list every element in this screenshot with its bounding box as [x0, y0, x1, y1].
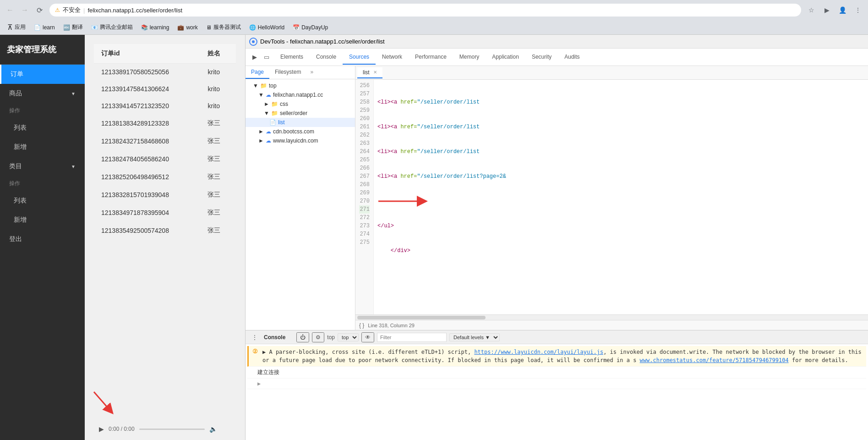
bookmark-label: DayDayUp — [301, 24, 328, 31]
line-numbers: 256 257 258 259 260 261 262 263 264 265 … — [355, 80, 374, 314]
tab-application[interactable]: Application — [486, 50, 525, 65]
sources-tab-page[interactable]: Page — [246, 66, 269, 79]
tab-memory[interactable]: Memory — [453, 50, 486, 65]
horizontal-scrollbar[interactable] — [355, 314, 868, 320]
console-link[interactable]: https://www.layuicdn.com/layui/layui.js — [474, 349, 603, 355]
bookmark-tencent[interactable]: 📧 腾讯企业邮箱 — [87, 22, 136, 33]
line-num: 273 — [359, 222, 370, 230]
bookmark-icon: 🔤 — [63, 24, 70, 31]
expand-icon: ► — [264, 101, 269, 107]
tree-item-top[interactable]: ▼ 📁 top — [246, 81, 355, 90]
sidebar-item-logout[interactable]: 登出 — [0, 230, 85, 249]
tree-item-domain[interactable]: ▼ ☁ felixchan.natapp1.cc — [246, 90, 355, 99]
tree-item-seller-order[interactable]: ▼ 📁 seller/order — [246, 109, 355, 118]
devtools-header: ▶ ▭ Elements Console Sources Network Pe — [246, 49, 868, 66]
sidebar-item-label: 订单 — [11, 70, 23, 78]
expand-icon[interactable]: ▶ — [257, 380, 261, 387]
volume-button[interactable]: 🔈 — [209, 425, 217, 433]
bookmark-label: learn — [43, 24, 55, 31]
sidebar-item-add1[interactable]: 新增 — [0, 138, 85, 157]
scrollbar-thumb[interactable] — [357, 316, 486, 319]
cast-button[interactable]: ▶ — [820, 4, 833, 16]
console-filter-input[interactable] — [377, 333, 447, 342]
back-button[interactable]: ← — [4, 4, 16, 16]
format-icon[interactable]: { } — [359, 322, 364, 329]
audio-player[interactable]: ▶ 0:00 / 0:00 🔈 — [92, 423, 224, 435]
bookmark-helloworld[interactable]: 🌐 HelloWorld — [246, 23, 288, 32]
editor-tab-label: list — [363, 69, 370, 76]
bookmark-work[interactable]: 💼 work — [174, 23, 201, 32]
customer-name: 张三 — [200, 186, 236, 204]
tab-sources[interactable]: Sources — [343, 50, 376, 65]
bookmark-server[interactable]: 🖥 服务器测试 — [202, 22, 245, 33]
console-warning-message: ② ▶ A parser-blocking, cross site (i.e. … — [247, 346, 866, 367]
inspect-element-button[interactable]: ▶ — [249, 52, 260, 63]
play-button[interactable]: ▶ — [99, 425, 104, 433]
bookmark-learning[interactable]: 📚 learning — [137, 23, 173, 32]
sidebar: 卖家管理系统 订单 商品 ▼ 操作 列表 新增 类目 ▼ 操作 — [0, 35, 85, 440]
levels-select[interactable]: Default levels ▼ — [449, 333, 500, 341]
tab-audits[interactable]: Audits — [558, 50, 586, 65]
order-id: 1213824327158468608 — [94, 132, 200, 150]
folder-icon: 📁 — [271, 110, 278, 116]
sidebar-item-add2[interactable]: 新增 — [0, 210, 85, 230]
sidebar-item-products[interactable]: 商品 ▼ — [0, 84, 85, 103]
progress-bar[interactable] — [139, 429, 205, 430]
tab-security[interactable]: Security — [525, 50, 558, 65]
tree-item-list[interactable]: 📄 list — [246, 118, 355, 127]
tab-console[interactable]: Console — [310, 50, 343, 65]
address-bar[interactable]: ⚠ 不安全 | felixchan.natapp1.cc/seller/orde… — [49, 4, 801, 16]
sources-tab-filesystem[interactable]: Filesystem — [269, 66, 306, 79]
order-id: 1213832815701939048 — [94, 186, 200, 204]
bookmark-icon: 📚 — [141, 24, 148, 31]
sidebar-item-list2[interactable]: 列表 — [0, 191, 85, 210]
code-line-257: <li><a href="/seller/order/list — [377, 123, 864, 131]
console-settings-button[interactable]: ⚙ — [312, 332, 324, 342]
tab-performance[interactable]: Performance — [409, 50, 453, 65]
more-button[interactable]: ⋮ — [852, 4, 864, 16]
console-link-2[interactable]: www.chromestatus.com/feature/57185479467… — [640, 357, 789, 363]
apps-bookmark[interactable]: ⊼ 应用 — [4, 22, 29, 33]
clear-console-button[interactable]: ⏻ — [296, 332, 309, 342]
sidebar-item-label: 商品 — [9, 89, 22, 98]
cloud-icon: ☁ — [266, 138, 271, 144]
line-num: 261 — [359, 123, 370, 131]
tab-elements[interactable]: Elements — [274, 50, 310, 65]
sidebar-item-list1[interactable]: 列表 — [0, 118, 85, 138]
expand-icon: ► — [258, 128, 264, 135]
table-row: 1213391475841306624 krito — [94, 81, 236, 98]
context-select[interactable]: top — [338, 333, 359, 341]
table-row: 1213825206498496512 张三 — [94, 168, 236, 186]
profile-button[interactable]: 👤 — [836, 4, 849, 16]
sidebar-item-label: 列表 — [14, 197, 27, 205]
bookmark-learn[interactable]: 📄 learn — [30, 23, 59, 32]
sidebar-item-orders[interactable]: 订单 — [0, 65, 85, 84]
folder-icon: 📁 — [271, 101, 278, 107]
bookmark-icon: 📅 — [293, 24, 300, 31]
audio-player-container: ▶ 0:00 / 0:00 🔈 — [92, 423, 224, 435]
table-row: 1213824327158468608 张三 — [94, 132, 236, 150]
editor-tab-list[interactable]: list ✕ — [357, 67, 382, 78]
devtools-logo — [249, 38, 257, 46]
sources-tab-more[interactable]: » — [306, 66, 317, 79]
bookmark-daydayup[interactable]: 📅 DayDayUp — [289, 23, 332, 32]
main-content: 卖家管理系统 订单 商品 ▼ 操作 列表 新增 类目 ▼ 操作 — [0, 35, 868, 440]
console-options-button[interactable]: ⋮ — [249, 333, 260, 341]
console-panel: ⋮ Console ⏻ ⚙ top top 👁 Default levels ▼ — [246, 330, 868, 440]
tree-item-layuicdn[interactable]: ► ☁ www.layuicdn.com — [246, 136, 355, 145]
editor-tab-close[interactable]: ✕ — [373, 70, 377, 75]
bookmark-button[interactable]: ☆ — [805, 4, 818, 16]
tree-item-css[interactable]: ► 📁 css — [246, 99, 355, 109]
devtools-title: DevTools - felixchan.natapp1.cc/seller/o… — [260, 38, 385, 45]
forward-button[interactable]: → — [18, 4, 31, 16]
bookmark-translate[interactable]: 🔤 翻译 — [60, 22, 87, 33]
console-success-message: 建立连接 — [247, 367, 866, 379]
tab-network[interactable]: Network — [376, 50, 409, 65]
device-toggle-button[interactable]: ▭ — [261, 52, 272, 63]
customer-name: krito — [200, 98, 236, 115]
sidebar-item-categories[interactable]: 类目 ▼ — [0, 157, 85, 176]
reload-button[interactable]: ⟳ — [33, 4, 46, 16]
eye-button[interactable]: 👁 — [361, 332, 374, 342]
tree-item-cdn-bootcss[interactable]: ► ☁ cdn.bootcss.com — [246, 127, 355, 136]
sources-main: Page Filesystem » ▼ 📁 top — [246, 66, 868, 330]
